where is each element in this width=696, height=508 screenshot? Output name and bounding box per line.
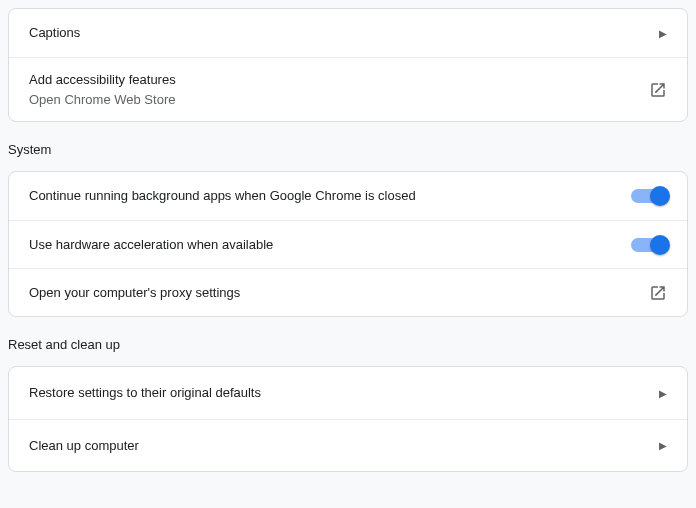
accessibility-card: Captions ▶ Add accessibility features Op…	[8, 8, 688, 122]
add-accessibility-label: Add accessibility features	[29, 70, 176, 90]
add-accessibility-row[interactable]: Add accessibility features Open Chrome W…	[9, 57, 687, 121]
system-section-title: System	[8, 122, 688, 171]
system-card: Continue running background apps when Go…	[8, 171, 688, 317]
cleanup-row[interactable]: Clean up computer ▶	[9, 419, 687, 471]
restore-defaults-row[interactable]: Restore settings to their original defau…	[9, 367, 687, 419]
external-link-icon	[649, 284, 667, 302]
chevron-right-icon: ▶	[659, 28, 667, 39]
chevron-right-icon: ▶	[659, 440, 667, 451]
add-accessibility-sub: Open Chrome Web Store	[29, 90, 176, 110]
reset-card: Restore settings to their original defau…	[8, 366, 688, 472]
captions-label: Captions	[29, 23, 80, 43]
background-apps-toggle[interactable]	[631, 189, 667, 203]
reset-section-title: Reset and clean up	[8, 317, 688, 366]
chevron-right-icon: ▶	[659, 388, 667, 399]
hardware-accel-row: Use hardware acceleration when available	[9, 220, 687, 268]
hardware-accel-toggle[interactable]	[631, 238, 667, 252]
restore-defaults-label: Restore settings to their original defau…	[29, 383, 261, 403]
external-link-icon	[649, 81, 667, 99]
hardware-accel-label: Use hardware acceleration when available	[29, 235, 273, 255]
background-apps-row: Continue running background apps when Go…	[9, 172, 687, 220]
cleanup-label: Clean up computer	[29, 436, 139, 456]
captions-row[interactable]: Captions ▶	[9, 9, 687, 57]
background-apps-label: Continue running background apps when Go…	[29, 186, 416, 206]
proxy-label: Open your computer's proxy settings	[29, 283, 240, 303]
proxy-row[interactable]: Open your computer's proxy settings	[9, 268, 687, 316]
